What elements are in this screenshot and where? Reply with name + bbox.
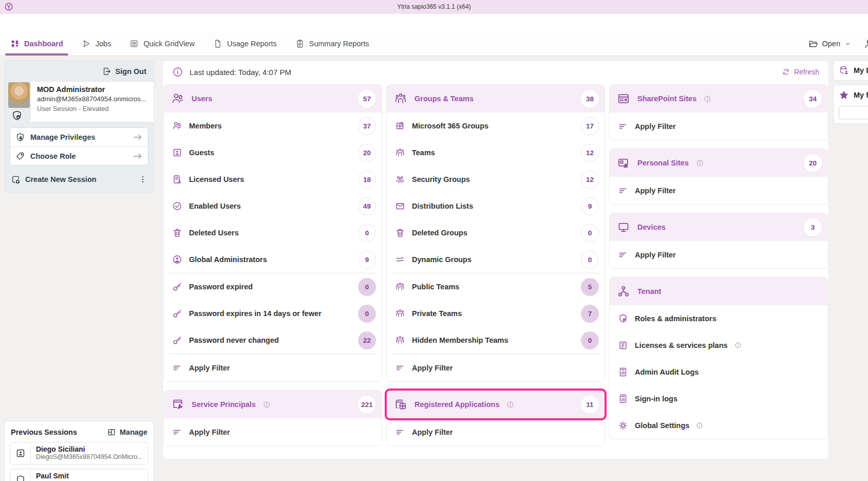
card-title: Registered Applications xyxy=(414,400,499,409)
apply-filter-button[interactable]: Apply Filter xyxy=(387,418,605,446)
card-row-teams[interactable]: Teams12 xyxy=(387,139,605,166)
count-badge: 9 xyxy=(581,197,599,215)
row-label: Private Teams xyxy=(412,309,462,318)
cards-column-2: Groups & Teams38Microsoft 365 Groups17Te… xyxy=(386,84,605,446)
my-data-card[interactable]: My D xyxy=(833,60,868,81)
my-data-label: My D xyxy=(854,66,868,75)
choose-role-button[interactable]: Choose Role xyxy=(10,146,148,165)
apply-filter-label: Apply Filter xyxy=(412,428,453,436)
card-row-distribution-lists[interactable]: Distribution Lists9 xyxy=(387,193,605,219)
apply-filter-label: Apply Filter xyxy=(412,364,453,372)
card-header-personal-sites[interactable]: Personal Sites20 xyxy=(610,149,827,177)
card-row-global-settings[interactable]: Global Settings xyxy=(610,412,827,439)
card-header-tenant[interactable]: Tenant xyxy=(610,278,827,305)
open-button[interactable]: Open xyxy=(808,39,851,49)
card-row-deleted-users[interactable]: Deleted Users0 xyxy=(164,219,382,246)
card-users: Users57Members37Guests20Licensed Users18… xyxy=(163,84,382,382)
card-header-users[interactable]: Users57 xyxy=(164,85,382,113)
apply-filter-button[interactable]: Apply Filter xyxy=(164,354,382,381)
card-row-private-teams[interactable]: Private Teams7 xyxy=(387,300,605,327)
dashboard-icon xyxy=(10,39,20,48)
tab-dashboard[interactable]: Dashboard xyxy=(5,32,68,55)
create-new-session-button[interactable]: Create New Session xyxy=(11,172,147,187)
card-row-members[interactable]: Members37 xyxy=(164,113,382,139)
apply-filter-button[interactable]: Apply Filter xyxy=(164,418,382,446)
security-groups-icon xyxy=(395,174,405,184)
card-row-password-expires-in-14-days-or-fewer[interactable]: Password expires in 14 days or fewer0 xyxy=(164,300,382,327)
apply-filter-label: Apply Filter xyxy=(635,122,676,131)
tab-summary-reports[interactable]: Summary Reports xyxy=(290,32,374,55)
users-icon xyxy=(171,92,184,105)
count-badge: 5 xyxy=(581,278,599,296)
card-title: Tenant xyxy=(637,287,661,295)
count-badge: 18 xyxy=(358,171,376,189)
tab-jobs[interactable]: Jobs xyxy=(77,32,117,55)
previous-session-paul[interactable]: Paul Smit xyxy=(10,469,148,481)
previous-session-diego[interactable]: Diego Siciliani DiegoS@M365x88704954.OnM… xyxy=(10,442,148,465)
card-row-enabled-users[interactable]: Enabled Users49 xyxy=(164,193,382,219)
groups-teams-icon xyxy=(394,92,407,105)
card-header-sharepoint-sites[interactable]: SharePoint Sites34 xyxy=(610,85,827,113)
manage-sessions-button[interactable]: Manage xyxy=(107,428,147,437)
card-sharepoint-sites: SharePoint Sites34Apply Filter xyxy=(609,84,828,140)
tab-quick-gridview[interactable]: Quick GridView xyxy=(124,32,200,55)
apply-filter-button[interactable]: Apply Filter xyxy=(610,113,827,140)
tenant-icon xyxy=(617,285,630,298)
count-badge: 20 xyxy=(358,144,376,162)
row-label: Teams xyxy=(412,149,435,157)
count-badge: 0 xyxy=(581,251,599,269)
apply-filter-button[interactable]: Apply Filter xyxy=(610,241,827,268)
card-row-sign-in-logs[interactable]: Sign-in logs xyxy=(610,385,827,412)
account-button[interactable] xyxy=(863,38,868,49)
card-row-password-expired[interactable]: Password expired0 xyxy=(164,273,382,300)
refresh-button[interactable]: Refresh xyxy=(782,68,819,76)
tab-label: Usage Reports xyxy=(227,40,277,48)
folder-icon xyxy=(808,39,818,49)
card-devices: Devices3Apply Filter xyxy=(609,213,828,269)
card-row-public-teams[interactable]: Public Teams5 xyxy=(387,273,605,300)
session-options-button[interactable] xyxy=(138,175,147,184)
card-groups-teams: Groups & Teams38Microsoft 365 Groups17Te… xyxy=(386,84,605,382)
card-row-admin-audit-logs[interactable]: Admin Audit Logs xyxy=(610,359,827,385)
card-row-licenses-services-plans[interactable]: Licenses & services plans xyxy=(610,332,827,359)
sign-out-button[interactable]: Sign Out xyxy=(102,67,146,76)
personal-sites-icon xyxy=(617,156,630,170)
filter-icon xyxy=(395,427,405,437)
tab-label: Quick GridView xyxy=(143,40,195,48)
card-header-devices[interactable]: Devices3 xyxy=(610,213,827,241)
apply-filter-label: Apply Filter xyxy=(635,251,676,259)
card-header-registered-applications[interactable]: Registered Applications11 xyxy=(387,391,605,418)
card-row-microsoft-365-groups[interactable]: Microsoft 365 Groups17 xyxy=(387,113,605,139)
card-row-licensed-users[interactable]: Licensed Users18 xyxy=(164,166,382,193)
manage-privileges-button[interactable]: Manage Privileges xyxy=(10,128,148,146)
count-badge: 0 xyxy=(358,305,376,323)
filter-icon xyxy=(395,363,405,373)
card-row-deleted-groups[interactable]: Deleted Groups0 xyxy=(387,219,605,246)
count-badge: 3 xyxy=(804,218,822,236)
card-header-service-principals[interactable]: Service Principals221 xyxy=(164,391,382,418)
row-label: Sign-in logs xyxy=(635,395,677,403)
chevron-down-icon xyxy=(844,41,851,47)
favorites-search-input[interactable] xyxy=(839,106,868,119)
tab-label: Summary Reports xyxy=(309,40,369,48)
signin-logs-icon xyxy=(618,394,628,404)
key-icon xyxy=(172,308,182,319)
card-header-groups-teams[interactable]: Groups & Teams38 xyxy=(387,85,605,113)
tab-label: Jobs xyxy=(96,40,111,48)
tab-usage-reports[interactable]: Usage Reports xyxy=(208,32,282,55)
apply-filter-button[interactable]: Apply Filter xyxy=(387,354,605,381)
last-updated-info-icon[interactable] xyxy=(172,66,183,78)
card-row-security-groups[interactable]: Security Groups12 xyxy=(387,166,605,193)
count-badge: 22 xyxy=(358,331,376,349)
count-badge: 49 xyxy=(358,197,376,215)
apply-filter-button[interactable]: Apply Filter xyxy=(610,177,827,204)
count-badge: 57 xyxy=(358,90,376,108)
service-principals-icon xyxy=(171,398,184,411)
card-row-global-administrators[interactable]: Global Administrators9 xyxy=(164,246,382,273)
card-row-roles-administrators[interactable]: Roles & administrators xyxy=(610,305,827,332)
card-row-guests[interactable]: Guests20 xyxy=(164,139,382,166)
card-row-password-never-changed[interactable]: Password never changed22 xyxy=(164,327,382,354)
card-row-dynamic-groups[interactable]: Dynamic Groups0 xyxy=(387,246,605,273)
action-label: Manage Privileges xyxy=(30,133,96,141)
card-row-hidden-membership-teams[interactable]: Hidden Membership Teams0 xyxy=(387,327,605,354)
